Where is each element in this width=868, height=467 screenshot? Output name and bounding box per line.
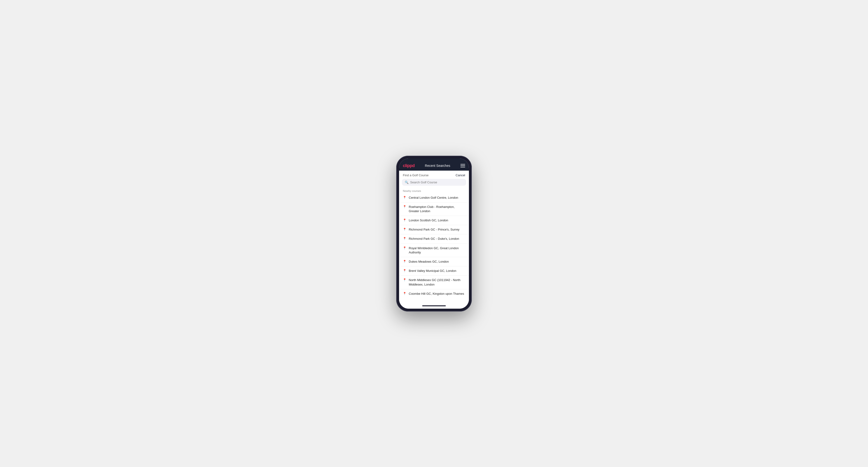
list-item[interactable]: 📍 Central London Golf Centre, London bbox=[399, 193, 469, 203]
search-input[interactable] bbox=[410, 181, 463, 184]
find-golf-course-title: Find a Golf Course bbox=[403, 174, 429, 177]
list-item[interactable]: 📍 Richmond Park GC - Prince's, Surrey bbox=[399, 225, 469, 234]
location-pin-icon: 📍 bbox=[403, 269, 406, 272]
course-name: Richmond Park GC - Prince's, Surrey bbox=[409, 227, 460, 232]
search-input-wrapper[interactable]: 🔍 bbox=[402, 179, 466, 186]
location-pin-icon: 📍 bbox=[403, 205, 406, 208]
list-item[interactable]: 📍 Coombe Hill GC, Kingston upon Thames bbox=[399, 289, 469, 298]
nearby-label: Nearby courses bbox=[399, 188, 469, 193]
course-name: Royal Wimbledon GC, Great London Authori… bbox=[409, 246, 465, 255]
search-icon: 🔍 bbox=[405, 181, 408, 184]
course-name: Richmond Park GC - Duke's, London bbox=[409, 237, 459, 241]
nav-bar: clippd Recent Searches bbox=[399, 161, 469, 170]
list-item[interactable]: 📍 Royal Wimbledon GC, Great London Autho… bbox=[399, 244, 469, 257]
location-pin-icon: 📍 bbox=[403, 246, 406, 250]
location-pin-icon: 📍 bbox=[403, 237, 406, 240]
phone-device: clippd Recent Searches Find a Golf Cours… bbox=[396, 156, 472, 311]
cancel-button[interactable]: Cancel bbox=[456, 174, 465, 177]
menu-icon[interactable] bbox=[460, 164, 465, 167]
location-pin-icon: 📍 bbox=[403, 196, 406, 199]
status-bar bbox=[399, 159, 469, 161]
location-pin-icon: 📍 bbox=[403, 278, 406, 282]
list-item[interactable]: 📍 London Scottish GC, London bbox=[399, 216, 469, 225]
list-item[interactable]: 📍 Brent Valley Municipal GC, London bbox=[399, 267, 469, 276]
course-name: London Scottish GC, London bbox=[409, 218, 448, 222]
course-name: Dukes Meadows GC, London bbox=[409, 259, 449, 264]
find-header: Find a Golf Course Cancel bbox=[399, 170, 469, 179]
course-list: 📍 Central London Golf Centre, London 📍 R… bbox=[399, 193, 469, 298]
course-name: Roehampton Club - Roehampton, Greater Lo… bbox=[409, 205, 465, 213]
location-pin-icon: 📍 bbox=[403, 228, 406, 231]
home-indicator bbox=[399, 304, 469, 309]
course-name: North Middlesex GC (1011942 - North Midd… bbox=[409, 278, 465, 286]
course-name: Brent Valley Municipal GC, London bbox=[409, 269, 456, 273]
home-bar bbox=[422, 305, 446, 306]
phone-screen: clippd Recent Searches Find a Golf Cours… bbox=[399, 159, 469, 309]
nav-title: Recent Searches bbox=[425, 164, 450, 167]
main-content: Find a Golf Course Cancel 🔍 Nearby cours… bbox=[399, 170, 469, 304]
app-logo: clippd bbox=[403, 163, 415, 168]
course-name: Central London Golf Centre, London bbox=[409, 196, 458, 200]
search-container: 🔍 bbox=[399, 179, 469, 188]
location-pin-icon: 📍 bbox=[403, 260, 406, 263]
nearby-section: Nearby courses 📍 Central London Golf Cen… bbox=[399, 188, 469, 298]
location-pin-icon: 📍 bbox=[403, 219, 406, 222]
list-item[interactable]: 📍 Roehampton Club - Roehampton, Greater … bbox=[399, 203, 469, 216]
course-name: Coombe Hill GC, Kingston upon Thames bbox=[409, 292, 464, 296]
list-item[interactable]: 📍 North Middlesex GC (1011942 - North Mi… bbox=[399, 276, 469, 289]
location-pin-icon: 📍 bbox=[403, 292, 406, 295]
list-item[interactable]: 📍 Richmond Park GC - Duke's, London bbox=[399, 234, 469, 244]
list-item[interactable]: 📍 Dukes Meadows GC, London bbox=[399, 257, 469, 267]
